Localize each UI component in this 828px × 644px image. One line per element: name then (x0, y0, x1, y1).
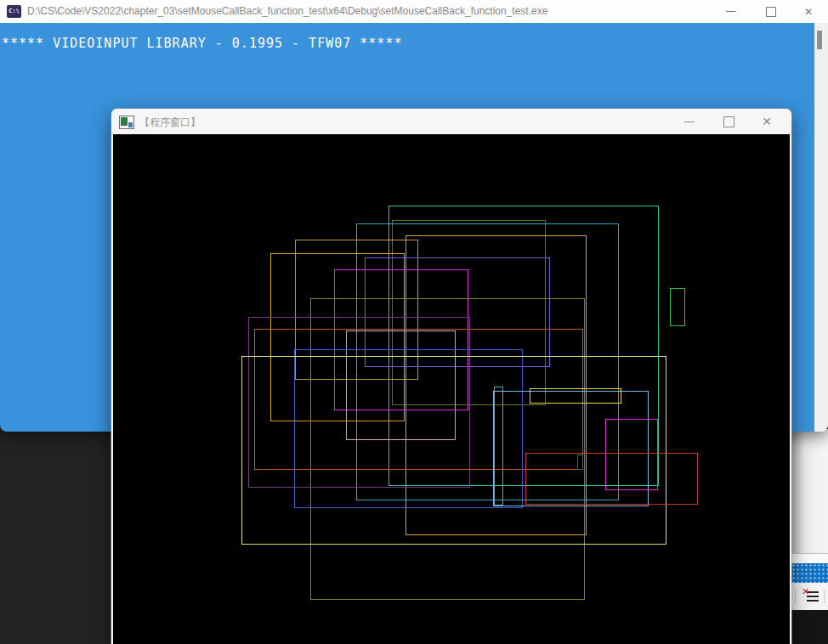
minimize-icon (684, 121, 695, 122)
opencv-window-title: 【程序窗口】 (139, 116, 201, 130)
minimize-icon (726, 11, 735, 12)
close-icon: ✕ (762, 116, 772, 127)
console-scrollbar[interactable] (814, 23, 828, 432)
background-app-dark-area (791, 610, 828, 644)
background-app-panel: ✕ (791, 429, 828, 644)
opencv-close-button[interactable]: ✕ (747, 109, 786, 134)
console-titlebar[interactable]: C:\ D:\CS\Code\VS2022\chapter_03\setMous… (0, 0, 828, 23)
opencv-window: 【程序窗口】 ✕ (111, 109, 791, 644)
opencv-maximize-button[interactable] (709, 109, 748, 134)
cmd-icon: C:\ (7, 5, 21, 18)
opencv-canvas[interactable] (113, 134, 790, 644)
drawn-rectangle-green (670, 288, 685, 326)
drawn-rectangle-yellow (530, 388, 621, 404)
background-app-body (791, 429, 828, 553)
opencv-titlebar[interactable]: 【程序窗口】 ✕ (111, 109, 791, 134)
maximize-icon (723, 116, 734, 127)
console-minimize-button[interactable] (711, 0, 750, 23)
toolbar-divider-left (795, 590, 796, 603)
maximize-icon (766, 7, 776, 17)
console-output-line: ***** VIDEOINPUT LIBRARY - 0.1995 - TFW0… (2, 36, 402, 51)
console-maximize-button[interactable] (751, 0, 791, 23)
opencv-minimize-button[interactable] (670, 109, 709, 134)
close-icon: ✕ (804, 7, 813, 17)
toolbar-divider-right (824, 590, 825, 603)
drawn-rectangle-red (525, 453, 698, 505)
background-app-toolbar: ✕ (791, 583, 828, 610)
opencv-window-icon (119, 116, 134, 129)
console-scrollbar-thumb[interactable] (817, 31, 822, 49)
console-close-button[interactable]: ✕ (789, 0, 828, 23)
error-list-icon[interactable]: ✕ (802, 589, 819, 603)
console-window-title: D:\CS\Code\VS2022\chapter_03\setMouseCal… (27, 5, 547, 17)
background-app-accent-bar (791, 563, 828, 583)
drawn-rectangle-dark-teal (577, 455, 583, 470)
